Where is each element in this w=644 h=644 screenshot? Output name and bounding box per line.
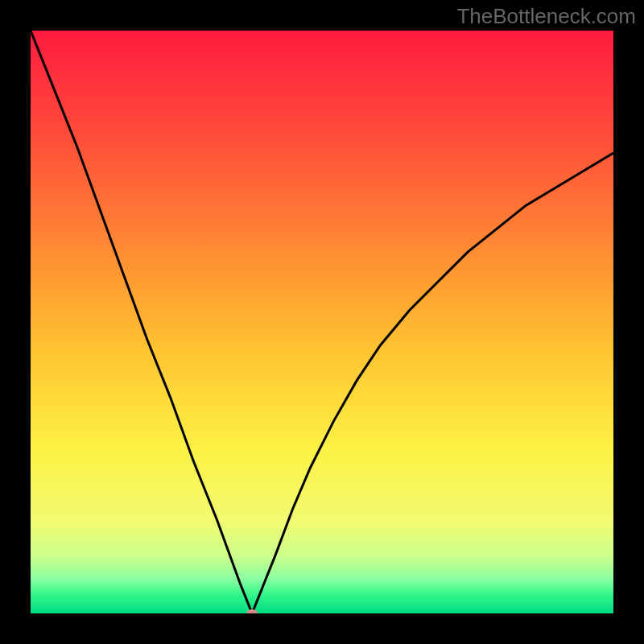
attribution-label: TheBottleneck.com [456, 4, 636, 29]
bottleneck-chart: TheBottleneck.com [0, 0, 644, 644]
gradient-background [31, 31, 613, 613]
chart-canvas [0, 0, 644, 644]
